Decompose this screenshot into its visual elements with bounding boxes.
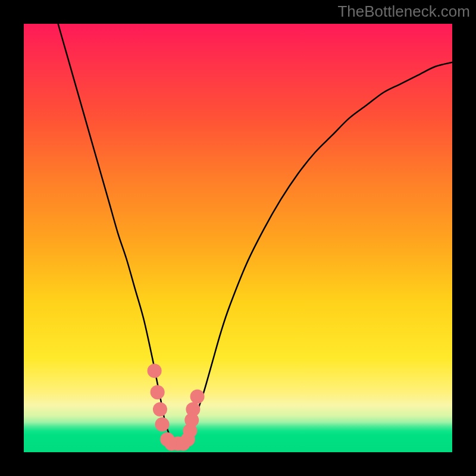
watermark-text: TheBottleneck.com [337, 2, 470, 21]
marker-point [186, 402, 200, 416]
bottleneck-curve [58, 24, 452, 444]
curve-layer [24, 24, 452, 452]
chart-frame: TheBottleneck.com [0, 0, 476, 476]
marker-point [151, 385, 165, 399]
marker-point [148, 364, 162, 378]
marker-point [190, 389, 205, 403]
markers-group [148, 364, 205, 450]
plot-area [24, 24, 452, 452]
marker-point [153, 402, 167, 416]
marker-point [155, 417, 170, 431]
